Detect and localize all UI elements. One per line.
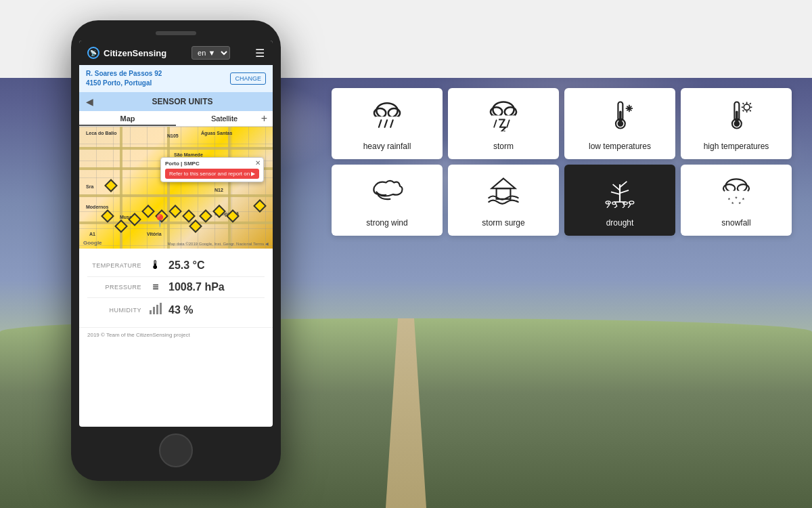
humidity-label: HUMIDITY bbox=[87, 307, 141, 314]
thermometer-cold-icon bbox=[602, 99, 637, 131]
phone-body: 📡 CitizenSensing en ▼ pt ▼ ☰ R. Soares d… bbox=[71, 20, 281, 481]
drought-icon bbox=[602, 175, 637, 208]
hamburger-menu[interactable]: ☰ bbox=[255, 47, 265, 60]
phone-device: 📡 CitizenSensing en ▼ pt ▼ ☰ R. Soares d… bbox=[71, 20, 281, 481]
card-low-temperatures-label: low temperatures bbox=[589, 142, 651, 151]
thermometer-hot-icon bbox=[719, 99, 754, 131]
pressure-value: 1008.7 hPa bbox=[168, 281, 225, 293]
card-storm[interactable]: storm bbox=[448, 88, 559, 159]
card-drought[interactable]: drought bbox=[564, 165, 675, 236]
svg-rect-1 bbox=[153, 307, 155, 314]
pressure-reading: PRESSURE ≡ 1008.7 hPa bbox=[87, 277, 265, 298]
change-location-button[interactable]: CHANGE bbox=[230, 72, 266, 85]
wind-icon bbox=[369, 175, 405, 208]
sensor-popup: ✕ Porto | SMPC Refer to this sensor and … bbox=[160, 157, 264, 182]
temperature-label: TEMPERATURE bbox=[87, 262, 141, 269]
app-header: 📡 CitizenSensing en ▼ pt ▼ ☰ bbox=[79, 41, 273, 65]
phone-speaker bbox=[156, 31, 196, 35]
map-label-a1: A1 bbox=[89, 232, 95, 236]
map-label-leca: Leca do Balio bbox=[86, 131, 117, 135]
rain-cloud-icon bbox=[369, 99, 405, 131]
popup-report-button[interactable]: Refer to this sensor and report on ▶ bbox=[165, 169, 259, 179]
svg-line-36 bbox=[750, 103, 751, 104]
back-arrow-icon[interactable]: ◀ bbox=[86, 96, 93, 107]
phone-screen: 📡 CitizenSensing en ▼ pt ▼ ☰ R. Soares d… bbox=[79, 41, 273, 427]
weather-cards-grid: heavy rainfall storm bbox=[332, 88, 792, 236]
svg-line-42 bbox=[613, 184, 620, 190]
tab-map[interactable]: Map bbox=[79, 111, 176, 126]
svg-line-44 bbox=[611, 192, 620, 194]
svg-rect-19 bbox=[619, 111, 621, 122]
sensor-units-title: SENSOR UNITS bbox=[99, 97, 266, 106]
address-text: R. Soares de Passos 92 4150 Porto, Portu… bbox=[86, 69, 162, 88]
address-line2: 4150 Porto, Portugal bbox=[86, 79, 162, 88]
map-label-sra: Sra bbox=[86, 184, 93, 189]
card-snowfall[interactable]: * * * * * snowfall bbox=[681, 165, 792, 236]
svg-text:*: * bbox=[742, 196, 745, 203]
language-select[interactable]: en ▼ pt ▼ bbox=[191, 46, 230, 60]
tab-indicator bbox=[79, 125, 176, 126]
svg-rect-0 bbox=[150, 310, 152, 314]
temperature-value: 25.3 °C bbox=[168, 259, 205, 272]
card-high-temperatures-label: high temperatures bbox=[704, 142, 769, 151]
zoom-in-button[interactable]: + bbox=[261, 112, 267, 125]
map-label-aguas: Águas Santas bbox=[201, 131, 232, 135]
svg-point-28 bbox=[734, 121, 740, 127]
map-label-sao-mamede: São Mamede bbox=[174, 152, 203, 157]
card-storm-surge-label: storm surge bbox=[482, 218, 524, 228]
svg-text:*: * bbox=[735, 195, 738, 202]
card-snowfall-label: snowfall bbox=[721, 218, 750, 228]
storm-cloud-icon bbox=[486, 99, 521, 131]
svg-line-16 bbox=[507, 120, 509, 127]
pressure-label: PRESSURE bbox=[87, 284, 141, 291]
card-low-temperatures[interactable]: low temperatures bbox=[564, 88, 675, 159]
svg-marker-38 bbox=[492, 179, 516, 189]
card-storm-label: storm bbox=[493, 142, 514, 151]
google-logo: Google bbox=[83, 240, 102, 246]
humidity-icon bbox=[148, 302, 163, 318]
svg-text:*: * bbox=[738, 200, 741, 207]
svg-line-15 bbox=[494, 120, 496, 127]
map-label-n12: N12 bbox=[215, 188, 223, 192]
popup-title: Porto | SMPC bbox=[165, 161, 259, 167]
svg-line-34 bbox=[743, 103, 744, 104]
active-sensor-pin[interactable]: 📍 bbox=[152, 213, 167, 228]
address-line1: R. Soares de Passos 92 bbox=[86, 69, 162, 79]
app-name: CitizenSensing bbox=[104, 48, 166, 58]
map-label-n105: N105 bbox=[167, 133, 179, 138]
svg-line-35 bbox=[750, 110, 751, 112]
svg-point-48 bbox=[624, 202, 627, 204]
map-area[interactable]: Leca do Balio Águas Santas São Mamede S.… bbox=[79, 127, 273, 249]
popup-close-button[interactable]: ✕ bbox=[255, 159, 261, 167]
card-storm-surge[interactable]: storm surge bbox=[448, 165, 559, 236]
tab-satellite[interactable]: Satellite bbox=[176, 111, 273, 126]
sensor-readings: TEMPERATURE 🌡 25.3 °C PRESSURE ≡ 1008.7 … bbox=[79, 249, 273, 327]
thermometer-icon: 🌡 bbox=[148, 258, 163, 272]
card-strong-wind-label: strong wind bbox=[366, 218, 407, 228]
humidity-value: 43 % bbox=[168, 304, 193, 316]
svg-text:*: * bbox=[731, 200, 734, 207]
svg-point-4 bbox=[376, 103, 397, 119]
svg-rect-3 bbox=[160, 303, 162, 314]
pressure-icon: ≡ bbox=[148, 281, 163, 293]
svg-point-29 bbox=[744, 104, 750, 110]
sensor-units-bar: ◀ SENSOR UNITS bbox=[79, 92, 273, 111]
app-footer: 2019 © Team of the CitizenSensing projec… bbox=[79, 327, 273, 342]
map-label-modernos: Modernos bbox=[86, 205, 108, 209]
map-copyright: Map data ©2019 Google, Inst. Geogr. Naci… bbox=[168, 241, 269, 246]
svg-rect-27 bbox=[736, 111, 738, 122]
card-drought-label: drought bbox=[606, 218, 634, 228]
logo-icon: 📡 bbox=[87, 47, 99, 59]
humidity-reading: HUMIDITY 43 % bbox=[87, 298, 265, 322]
phone-home-button[interactable] bbox=[159, 433, 193, 467]
card-strong-wind[interactable]: strong wind bbox=[332, 165, 443, 236]
card-heavy-rainfall-label: heavy rainfall bbox=[363, 142, 411, 151]
card-heavy-rainfall[interactable]: heavy rainfall bbox=[332, 88, 443, 159]
weather-cards-section: heavy rainfall storm bbox=[332, 88, 792, 236]
card-high-temperatures[interactable]: high temperatures bbox=[681, 88, 792, 159]
svg-point-49 bbox=[629, 201, 634, 204]
svg-line-43 bbox=[620, 182, 627, 188]
svg-text:*: * bbox=[728, 196, 731, 203]
address-bar: R. Soares de Passos 92 4150 Porto, Portu… bbox=[79, 65, 273, 92]
path bbox=[386, 318, 426, 508]
